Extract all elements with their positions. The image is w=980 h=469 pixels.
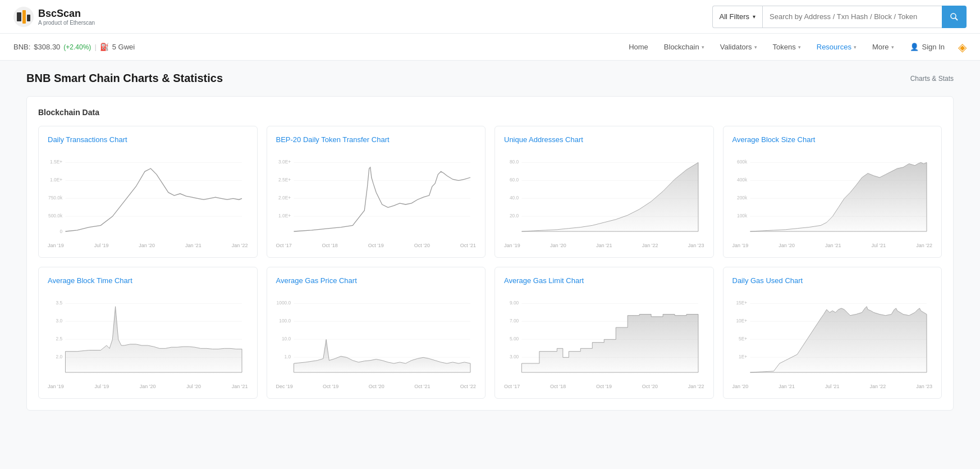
search-button[interactable] [942, 6, 967, 28]
svg-text:1.0E+: 1.0E+ [278, 213, 291, 218]
logo-sub: A product of Etherscan [38, 20, 95, 26]
x-axis-labels: Jan '19 Jul '19 Jan '20 Jul '20 Jan '21 [48, 384, 248, 389]
svg-rect-3 [27, 15, 30, 21]
chart-svg: 3.0E+ 2.5E+ 2.0E+ 1.0E+ [276, 151, 477, 240]
chart-title-bep20[interactable]: BEP-20 Daily Token Transfer Chart [276, 135, 477, 144]
svg-text:1.0: 1.0 [284, 354, 291, 359]
chart-svg: 3.5 3.0 2.5 2.0 [48, 292, 248, 381]
chart-title-avg-gas-limit[interactable]: Average Gas Limit Chart [504, 276, 704, 285]
chevron-down-icon: ▾ [754, 44, 757, 50]
svg-text:600k: 600k [737, 159, 748, 165]
svg-rect-2 [22, 10, 26, 24]
bnb-change: (+2.40%) [63, 43, 91, 51]
page-title: BNB Smart Chain Charts & Statistics [26, 72, 223, 85]
navbar: BNB: $308.30 (+2.40%) | ⛽ 5 Gwei Home Bl… [0, 34, 980, 61]
svg-text:100.0: 100.0 [279, 318, 291, 324]
svg-text:40.0: 40.0 [510, 195, 519, 201]
x-axis-labels: Jan '20 Jan '21 Jul '21 Jan '22 Jan '23 [732, 384, 933, 389]
search-icon [950, 12, 959, 21]
chart-svg: 600k 400k 200k 100k [732, 151, 933, 240]
nav-item-validators[interactable]: Validators ▾ [713, 38, 764, 56]
bnb-price-bar: BNB: $308.30 (+2.40%) | ⛽ 5 Gwei [13, 43, 135, 51]
chart-svg: 15E+ 10E+ 5E+ 1E+ [732, 292, 933, 381]
nav-item-home[interactable]: Home [622, 38, 655, 56]
svg-text:3.5: 3.5 [56, 300, 63, 306]
nav-item-more[interactable]: More ▾ [865, 38, 901, 56]
svg-text:3.0: 3.0 [56, 318, 63, 324]
chevron-down-icon: ▾ [891, 44, 894, 50]
chart-title-unique-addresses[interactable]: Unique Addresses Chart [504, 135, 704, 144]
search-bar: All Filters ▾ [712, 6, 967, 28]
chart-card-avg-block-time: Average Block Time Chart 3 [38, 267, 258, 399]
nav-signin[interactable]: 👤 Sign In [903, 38, 951, 56]
search-input[interactable] [762, 6, 942, 28]
svg-text:750.0k: 750.0k [48, 195, 63, 201]
signin-label: Sign In [922, 43, 945, 51]
chart-card-daily-gas-used: Daily Gas Used Chart 15E+ [723, 267, 942, 399]
x-axis-labels: Oct '17 Oct '18 Oct '19 Oct '20 Oct '21 [276, 243, 477, 248]
svg-text:2.5: 2.5 [56, 336, 63, 341]
nav-tokens-label: Tokens [773, 43, 796, 51]
svg-text:200k: 200k [737, 195, 748, 201]
x-axis-labels: Oct '17 Oct '18 Oct '19 Oct '20 Jan '22 [504, 384, 704, 389]
logo-icon [13, 7, 34, 27]
svg-text:400k: 400k [737, 177, 748, 183]
chart-card-avg-gas-price: Average Gas Price Chart 10 [267, 267, 486, 399]
chart-card-bep20: BEP-20 Daily Token Transfer Chart 3.0E+ … [267, 126, 486, 258]
chart-area-unique-addresses: 80.0 60.0 40.0 20.0 [504, 151, 704, 240]
logo[interactable]: BscScan A product of Etherscan [13, 7, 95, 27]
bnb-label: BNB: [13, 43, 30, 51]
svg-text:0: 0 [60, 229, 63, 234]
svg-text:3.00: 3.00 [510, 354, 519, 359]
nav-home-label: Home [629, 43, 648, 51]
gas-pump-icon: ⛽ [100, 43, 109, 51]
chart-title-avg-block-size[interactable]: Average Block Size Chart [732, 135, 933, 144]
svg-text:1000.0: 1000.0 [276, 300, 291, 306]
svg-text:9.00: 9.00 [510, 300, 519, 306]
x-axis-labels: Jan '19 Jan '20 Jan '21 Jan '22 Jan '23 [504, 243, 704, 248]
chart-card-avg-gas-limit: Average Gas Limit Chart 9. [494, 267, 714, 399]
svg-text:20.0: 20.0 [510, 213, 519, 218]
nav-links: Home Blockchain ▾ Validators ▾ Tokens ▾ … [622, 38, 967, 56]
nav-item-blockchain[interactable]: Blockchain ▾ [657, 38, 711, 56]
blockchain-data-section: Blockchain Data Daily Transactions Chart [26, 96, 954, 411]
svg-text:80.0: 80.0 [510, 159, 519, 165]
chevron-down-icon: ▾ [702, 44, 704, 50]
page-container: BNB Smart Chain Charts & Statistics Char… [13, 61, 967, 433]
page-header: BNB Smart Chain Charts & Statistics Char… [26, 72, 954, 85]
chart-area-daily-transactions: 1.5E+ 1.0E+ 750.0k 500.0k 0 [48, 151, 248, 240]
svg-text:2.0E+: 2.0E+ [278, 195, 291, 201]
chart-svg: 1000.0 100.0 10.0 1.0 [276, 292, 477, 381]
diamond-icon: ◈ [958, 40, 967, 54]
svg-text:1E+: 1E+ [739, 354, 747, 359]
bnb-separator: | [94, 43, 96, 51]
chart-svg: 1.5E+ 1.0E+ 750.0k 500.0k 0 [48, 151, 248, 240]
chevron-down-icon: ▾ [854, 44, 857, 50]
svg-text:1.0E+: 1.0E+ [50, 177, 62, 183]
chart-title-daily-transactions[interactable]: Daily Transactions Chart [48, 135, 248, 144]
chart-svg: 80.0 60.0 40.0 20.0 [504, 151, 704, 240]
x-axis-labels: Dec '19 Oct '19 Oct '20 Oct '21 Oct '22 [276, 384, 477, 389]
filter-select[interactable]: All Filters ▾ [712, 6, 762, 28]
nav-item-tokens[interactable]: Tokens ▾ [766, 38, 808, 56]
nav-blockchain-label: Blockchain [664, 43, 699, 51]
chart-title-avg-gas-price[interactable]: Average Gas Price Chart [276, 276, 477, 285]
chart-title-avg-block-time[interactable]: Average Block Time Chart [48, 276, 248, 285]
chart-area-avg-gas-price: 1000.0 100.0 10.0 1.0 [276, 292, 477, 381]
chart-card-avg-block-size: Average Block Size Chart 6 [723, 126, 942, 258]
nav-more-label: More [872, 43, 889, 51]
svg-text:10E+: 10E+ [736, 318, 747, 324]
chart-svg: 9.00 7.00 5.00 3.00 [504, 292, 704, 381]
chart-card-daily-transactions: Daily Transactions Chart [38, 126, 258, 258]
nav-item-resources[interactable]: Resources ▾ [810, 38, 863, 56]
nav-validators-label: Validators [720, 43, 752, 51]
chart-area-avg-block-size: 600k 400k 200k 100k [732, 151, 933, 240]
chart-title-daily-gas-used[interactable]: Daily Gas Used Chart [732, 276, 933, 285]
svg-text:5.00: 5.00 [510, 336, 519, 341]
user-icon: 👤 [910, 43, 919, 51]
svg-text:100k: 100k [737, 213, 748, 218]
chevron-down-icon: ▾ [798, 44, 801, 50]
chart-area-daily-gas-used: 15E+ 10E+ 5E+ 1E+ [732, 292, 933, 381]
filter-label: All Filters [720, 12, 749, 21]
svg-text:60.0: 60.0 [510, 177, 519, 183]
